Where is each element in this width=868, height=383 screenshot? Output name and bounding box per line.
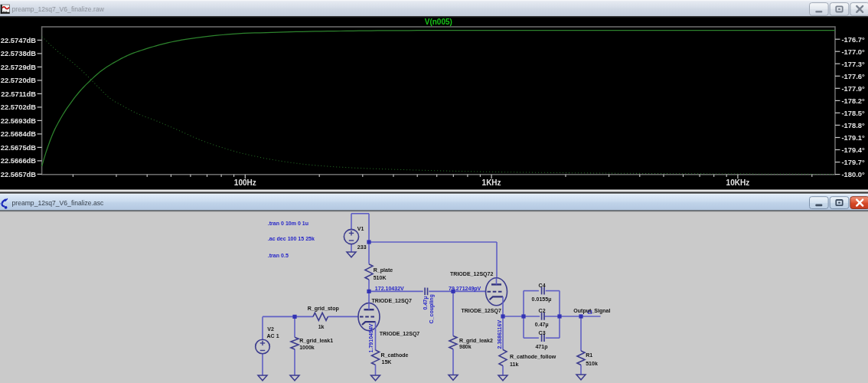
svg-text:79.271249pV: 79.271249pV [449, 286, 481, 292]
svg-text:V2: V2 [267, 326, 274, 332]
svg-text:.tran 0.5: .tran 0.5 [268, 253, 289, 258]
svg-text:10KHz: 10KHz [726, 178, 750, 187]
svg-text:233: 233 [357, 244, 367, 250]
svg-text:510K: 510K [374, 275, 387, 280]
svg-text:TRIODE_12SQ7: TRIODE_12SQ7 [461, 308, 501, 314]
svg-text:22.5693dB: 22.5693dB [1, 116, 37, 125]
svg-text:C4: C4 [539, 283, 546, 288]
svg-text:-177.6°: -177.6° [842, 72, 866, 80]
svg-text:0.0155µ: 0.0155µ [532, 296, 552, 303]
svg-text:-177.0°: -177.0° [842, 47, 866, 56]
svg-text:-177.3°: -177.3° [842, 60, 866, 68]
svg-text:C_coupling: C_coupling [429, 294, 435, 323]
svg-text:-180.0°: -180.0° [842, 170, 866, 178]
svg-text:-177.9°: -177.9° [842, 84, 866, 93]
svg-text:0.47µ: 0.47µ [423, 296, 429, 310]
svg-text:510k: 510k [586, 361, 598, 366]
svg-text:AC 1: AC 1 [267, 333, 279, 339]
svg-text:R_grid_stop: R_grid_stop [308, 306, 340, 312]
svg-text:C3: C3 [539, 330, 546, 336]
svg-text:preamp_12sq7_V6_finalize.asc: preamp_12sq7_V6_finalize.asc [12, 199, 105, 207]
svg-text:Output_Signal: Output_Signal [573, 308, 610, 314]
svg-text:471p: 471p [535, 344, 548, 350]
svg-text:-178.8°: -178.8° [842, 121, 866, 129]
svg-text:TRIODE_12SQ72: TRIODE_12SQ72 [450, 271, 493, 277]
svg-text:V1: V1 [357, 226, 364, 231]
svg-text:.ac dec 100 15 25k: .ac dec 100 15 25k [268, 236, 315, 241]
svg-text:0.47µ: 0.47µ [535, 322, 549, 328]
svg-text:preamp_12sq7_V6_finalize.raw: preamp_12sq7_V6_finalize.raw [12, 5, 105, 13]
svg-text:22.5702dB: 22.5702dB [1, 103, 37, 111]
svg-text:-179.4°: -179.4° [842, 146, 866, 154]
svg-text:22.5729dB: 22.5729dB [1, 63, 37, 71]
svg-text:100Hz: 100Hz [234, 178, 256, 187]
svg-text:11k: 11k [510, 362, 518, 367]
svg-text:1KHz: 1KHz [482, 178, 501, 187]
svg-text:22.5720dB: 22.5720dB [1, 76, 37, 84]
svg-text:R_grid_leak2: R_grid_leak2 [459, 338, 493, 344]
svg-text:172.10432V: 172.10432V [375, 286, 404, 291]
svg-text:-179.1°: -179.1° [842, 133, 866, 142]
svg-text:22.5711dB: 22.5711dB [1, 90, 36, 98]
svg-text:-179.7°: -179.7° [842, 158, 866, 166]
svg-text:22.5684dB: 22.5684dB [1, 129, 37, 138]
svg-text:22.5738dB: 22.5738dB [1, 49, 37, 57]
svg-text:R_plate: R_plate [374, 267, 393, 273]
svg-text:22.5675dB: 22.5675dB [1, 143, 37, 152]
svg-text:22.5666dB: 22.5666dB [1, 156, 37, 165]
svg-text:1.7910494V: 1.7910494V [368, 323, 374, 352]
svg-text:R_grid_leak1: R_grid_leak1 [299, 338, 333, 344]
svg-text:TRIODE_12SQ7: TRIODE_12SQ7 [372, 298, 413, 304]
svg-text:TRIODE_12SQ7: TRIODE_12SQ7 [380, 331, 420, 337]
svg-text:R_cathode: R_cathode [381, 352, 409, 358]
svg-text:1000k: 1000k [299, 345, 315, 350]
svg-text:2.3686116V: 2.3686116V [497, 320, 502, 349]
svg-text:.tran 0 10m 0 1u: .tran 0 10m 0 1u [268, 221, 308, 226]
svg-text:-178.2°: -178.2° [842, 97, 866, 105]
svg-text:V(n005): V(n005) [425, 18, 452, 26]
svg-text:15K: 15K [382, 359, 393, 365]
svg-text:-176.7°: -176.7° [842, 35, 866, 44]
svg-text:1k: 1k [318, 324, 325, 329]
svg-text:980k: 980k [459, 344, 472, 349]
svg-text:-178.5°: -178.5° [842, 109, 866, 117]
svg-text:22.5747dB: 22.5747dB [1, 36, 37, 44]
svg-text:C2: C2 [539, 308, 546, 313]
svg-text:R1: R1 [586, 352, 592, 358]
svg-text:R_cathode_follow: R_cathode_follow [510, 354, 556, 359]
svg-text:22.5657dB: 22.5657dB [1, 170, 37, 178]
